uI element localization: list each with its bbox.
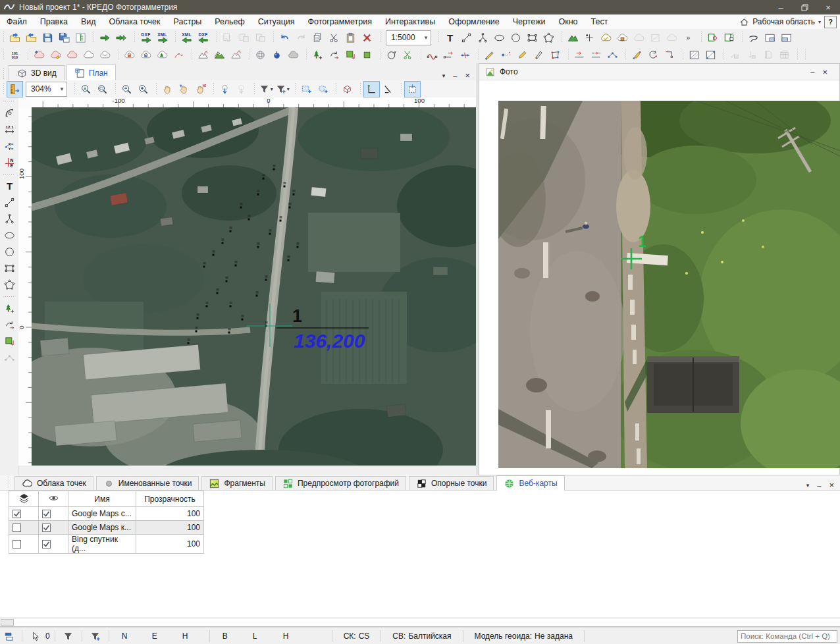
edit-profile-icon[interactable] bbox=[481, 47, 498, 63]
toolbar-group-handle[interactable] bbox=[741, 32, 744, 43]
filter-icon[interactable]: ▾ bbox=[257, 81, 274, 97]
toolbar-group-handle[interactable] bbox=[477, 49, 480, 61]
copy-icon[interactable] bbox=[309, 30, 326, 46]
raster-transform-icon[interactable] bbox=[702, 47, 719, 63]
toolbar-group-handle[interactable] bbox=[190, 49, 194, 61]
polygon-edit-icon[interactable] bbox=[547, 47, 564, 63]
menu-item-12[interactable]: Тест bbox=[585, 14, 615, 29]
ellipse-icon[interactable] bbox=[491, 30, 508, 46]
plan-minimize-icon[interactable]: – bbox=[453, 72, 457, 80]
rectangle-icon[interactable] bbox=[1, 260, 18, 277]
photo-close-icon[interactable]: × bbox=[822, 67, 827, 77]
menu-item-0[interactable]: Файл bbox=[0, 14, 34, 29]
tab-named-points[interactable]: Именованные точки bbox=[96, 476, 199, 490]
raster-crop-icon[interactable] bbox=[686, 47, 702, 63]
ellipse-icon[interactable] bbox=[1, 227, 18, 244]
toolbar-group-handle[interactable] bbox=[379, 32, 382, 43]
table-row[interactable]: Google Maps с...100 bbox=[9, 507, 204, 521]
layer-name[interactable]: Google Maps с... bbox=[68, 507, 136, 521]
pane-bottom-icon[interactable] bbox=[762, 30, 778, 46]
export-dxf-icon[interactable]: DXF bbox=[138, 30, 154, 46]
layer-checkbox[interactable] bbox=[9, 521, 39, 535]
tab-photo-preview[interactable]: Предпросмотр фотографий bbox=[275, 476, 406, 490]
cloud-create-icon[interactable] bbox=[31, 47, 47, 63]
chain-icon[interactable] bbox=[604, 47, 621, 63]
toolbar-group-handle[interactable] bbox=[212, 83, 215, 95]
import-cloud-icon[interactable] bbox=[113, 30, 130, 46]
contour-icon[interactable] bbox=[745, 30, 762, 46]
zoom-select[interactable]: 304%▾ bbox=[26, 82, 67, 97]
filter-status-icon[interactable] bbox=[60, 631, 77, 642]
pane-right-icon[interactable] bbox=[778, 30, 795, 46]
table-row[interactable]: Google Maps к...100 bbox=[9, 521, 204, 535]
menu-item-9[interactable]: Оформление bbox=[442, 14, 506, 29]
surface-icon[interactable] bbox=[565, 30, 581, 46]
bottom-minimize-icon[interactable]: – bbox=[817, 481, 821, 489]
segment-icon[interactable] bbox=[1, 194, 18, 211]
tab-3d-view[interactable]: 3D вид bbox=[9, 65, 65, 80]
import-xml-icon[interactable]: XML bbox=[178, 30, 195, 46]
cloud-update-icon[interactable] bbox=[598, 30, 614, 46]
menu-item-11[interactable]: Окно bbox=[552, 14, 584, 29]
close-button[interactable]: × bbox=[816, 0, 840, 14]
toolbar-group-handle[interactable] bbox=[804, 49, 807, 61]
clip-edit-icon[interactable] bbox=[721, 30, 737, 46]
measure-ne-icon[interactable]: NE bbox=[1, 154, 18, 171]
toolbar-group-handle[interactable] bbox=[248, 49, 251, 61]
toolbar-group-handle[interactable] bbox=[700, 32, 703, 43]
visibility-checkbox[interactable] bbox=[39, 535, 68, 554]
cloud-vegetation-icon[interactable] bbox=[154, 47, 171, 63]
classifier-icon[interactable]: 101010 bbox=[7, 47, 23, 63]
status-info-0[interactable]: СК:CS bbox=[337, 630, 377, 642]
layer-name[interactable]: Bing спутник (д... bbox=[68, 535, 136, 554]
toolbar-group-handle[interactable] bbox=[2, 83, 5, 95]
toolbar-group-handle[interactable] bbox=[174, 32, 177, 43]
cloud-thin-icon[interactable] bbox=[97, 47, 113, 63]
section-line-icon[interactable] bbox=[457, 47, 473, 63]
status-info-1[interactable]: СВ:Балтийская bbox=[386, 630, 458, 642]
delete-icon[interactable] bbox=[359, 30, 375, 46]
polyline-icon[interactable] bbox=[475, 30, 491, 46]
layer-checkbox[interactable] bbox=[9, 535, 39, 554]
undo-icon[interactable] bbox=[276, 30, 293, 46]
toolbar-group-handle[interactable] bbox=[796, 49, 799, 61]
surface-contour-icon[interactable] bbox=[228, 47, 244, 63]
trajectory-icon[interactable] bbox=[1, 317, 18, 333]
menu-item-6[interactable]: Ситуация bbox=[251, 14, 302, 29]
import-box-icon[interactable] bbox=[342, 47, 359, 63]
more-icon[interactable]: » bbox=[680, 30, 696, 46]
pan-inertia-icon[interactable]: NEH bbox=[192, 81, 209, 97]
menu-item-7[interactable]: Фотограмметрия bbox=[302, 14, 379, 29]
status-info-2[interactable]: Модель геоида:Не задана bbox=[468, 630, 579, 642]
toolbar-group-handle[interactable] bbox=[73, 83, 76, 95]
toolbar-group-handle[interactable] bbox=[92, 32, 95, 43]
photo-canvas[interactable]: 1 bbox=[498, 101, 840, 468]
paste-icon[interactable] bbox=[342, 30, 359, 46]
extend-icon[interactable] bbox=[588, 47, 604, 63]
layer-name[interactable]: Google Maps к... bbox=[68, 521, 136, 535]
cut-icon[interactable] bbox=[326, 30, 342, 46]
layer-checkbox[interactable] bbox=[9, 507, 39, 521]
cloud-select-icon[interactable] bbox=[64, 47, 80, 63]
column-header-2[interactable]: Имя bbox=[68, 491, 136, 507]
knife-icon[interactable] bbox=[531, 47, 547, 63]
menu-item-1[interactable]: Правка bbox=[34, 14, 74, 29]
toolbar-group-handle[interactable] bbox=[253, 83, 256, 95]
command-search-input[interactable] bbox=[737, 630, 837, 643]
tab-plan[interactable]: План bbox=[66, 65, 116, 81]
zoom-out-icon[interactable] bbox=[118, 81, 135, 97]
cloud-section-icon[interactable] bbox=[171, 47, 187, 63]
bottom-dropdown-icon[interactable]: ▾ bbox=[806, 482, 810, 489]
view-prev-icon[interactable] bbox=[217, 81, 233, 97]
circle-icon[interactable] bbox=[1, 244, 18, 260]
pan-icon[interactable] bbox=[159, 81, 176, 97]
rotate-left-icon[interactable] bbox=[645, 47, 662, 63]
toolbar-group-handle[interactable] bbox=[294, 83, 297, 95]
vegetation-cut-icon[interactable] bbox=[400, 47, 416, 63]
project-explorer-icon[interactable] bbox=[72, 30, 89, 46]
toolbar-group-handle[interactable] bbox=[215, 32, 218, 43]
create-point-icon[interactable] bbox=[581, 30, 598, 46]
import-box-icon[interactable] bbox=[1, 333, 18, 350]
open-icon[interactable] bbox=[23, 30, 39, 46]
toolbar-group-handle[interactable] bbox=[400, 83, 403, 95]
